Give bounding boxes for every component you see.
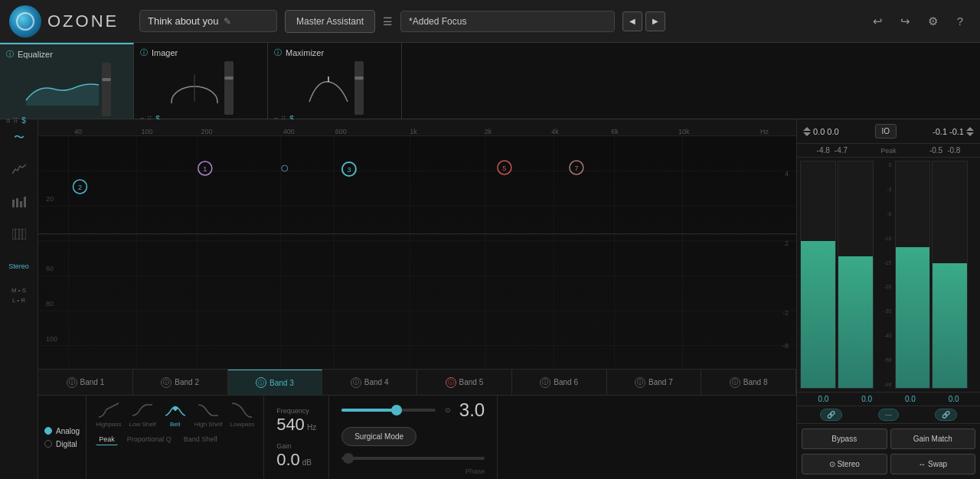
analog-digital-section: Analog Digital [38,396,87,479]
gainmatch-button[interactable]: Gain Match [890,428,976,449]
q-slider-thumb[interactable] [391,405,402,415]
band-tab-2[interactable]: ⓘ Band 2 [133,370,228,395]
rms-right: -0.8 [947,146,960,155]
redo-button[interactable]: ↪ [894,11,916,32]
filter-highshelf[interactable]: High Shelf [194,402,223,428]
track-name-box[interactable]: Think about you ✎ [139,10,277,32]
link-button-right[interactable]: 🔗 [935,409,957,421]
max-info-icon[interactable]: ⓘ [274,47,282,58]
analog-radio[interactable] [44,427,52,435]
module-equalizer[interactable]: ⓘ Equalizer ≡ ⠿ $ [0,43,134,119]
link-button-mid[interactable]: — [878,409,899,421]
module-imager[interactable]: ⓘ Imager ≡ ⠿ $ [134,43,268,119]
nav-next[interactable]: ▶ [645,11,665,31]
band-tab-1[interactable]: ⓘ Band 1 [38,370,133,395]
stereo-icon: ⊙ [829,460,838,468]
analog-option[interactable]: Analog [44,427,80,435]
phase-slider[interactable] [341,457,485,460]
band-label-5: Band 5 [459,378,484,386]
filter-lowshelf[interactable]: Low Shelf [129,402,156,428]
highshelf-label: High Shelf [194,421,223,428]
nav-arrows: ◀ ▶ [622,11,665,31]
imager-info-icon[interactable]: ⓘ [140,47,148,58]
q-slider[interactable] [341,409,436,412]
master-assistant-button[interactable]: Master Assistant [285,10,375,33]
spectrum-icon[interactable] [7,158,31,182]
digital-option[interactable]: Digital [44,440,80,448]
band-label-2: Band 2 [175,378,199,386]
right-val-top: 0.0 [827,127,838,136]
analog-label: Analog [56,427,80,435]
rms-values: -0.5 -0.8 [929,146,960,155]
eq-info-icon[interactable]: ⓘ [6,49,14,60]
freq-label-hz: Hz [760,128,769,135]
band-tab-8[interactable]: ⓘ Band 8 [701,370,796,395]
svg-rect-5 [20,201,22,207]
proportional-q-tab[interactable]: Proportional Q [124,434,175,445]
max-fader[interactable] [354,61,364,115]
swap-button[interactable]: ↔ Swap [890,454,976,474]
down-arrow-left[interactable] [803,132,811,136]
lowpass-label: Lowpass [230,421,255,428]
band-tab-6[interactable]: ⓘ Band 6 [512,370,607,395]
bypass-button[interactable]: Bypass [802,428,887,449]
io-button[interactable]: IO [875,124,897,138]
settings-button[interactable]: ⚙ [922,11,943,32]
freq-label-600: 600 [335,128,347,135]
undo-button[interactable]: ↩ [867,11,888,32]
scale-10: -10 [877,236,892,241]
app-title: OZONE [47,11,119,31]
phase-thumb[interactable] [343,453,354,464]
eq-dollar-icon[interactable]: $ [21,116,26,125]
up-arrow-left[interactable] [803,127,811,131]
peak-mode-tab[interactable]: Peak [96,434,118,445]
bottom-val-2: 0.0 [861,395,872,403]
imager-fader[interactable] [224,61,234,115]
band-tab-3[interactable]: ⓘ Band 3 [228,370,323,395]
band-shelf-tab[interactable]: Band Shelf [181,434,220,445]
meter-bars-section: 0 -3 -6 -10 -15 -20 -30 -40 -50 -inf [797,158,980,392]
gain-value[interactable]: 0.0 [276,450,300,469]
phase-label: Phase [341,468,485,475]
peak-section-left: -4.8 -4.7 [817,146,848,155]
preset-area[interactable]: *Added Focus [400,11,615,32]
digital-radio[interactable] [44,440,52,448]
band-tab-7[interactable]: ⓘ Band 7 [607,370,702,395]
up-arrow-right[interactable] [966,127,974,131]
help-button[interactable]: ? [949,11,971,32]
band-tab-4[interactable]: ⓘ Band 4 [322,370,417,395]
filter-highpass[interactable]: Highpass [96,402,121,428]
link-button-left[interactable]: 🔗 [820,409,842,421]
freq-label-6k: 6k [611,128,619,135]
filter-lowpass[interactable]: Lowpass [230,402,255,428]
piano-icon[interactable] [7,222,31,246]
q-value[interactable]: 3.0 [457,399,485,421]
menu-icon[interactable]: ☰ [383,15,393,28]
eq-bands-icon[interactable] [7,190,31,214]
down-arrow-right[interactable] [966,132,974,136]
stereo-icon[interactable]: Stereo [7,254,31,279]
imager-visual [140,61,261,115]
peak-left-sub: -4.8 [817,146,830,155]
nav-prev[interactable]: ◀ [622,11,642,31]
svg-text:-8: -8 [782,342,789,350]
freq-value[interactable]: 540 [276,415,305,434]
surgical-mode-button[interactable]: Surgical Mode [341,427,416,446]
right-meter-vals: 0.0 [827,127,838,136]
filter-bell[interactable]: Bell [164,402,187,428]
gain-unit: dB [302,458,312,467]
band-tab-5[interactable]: ⓘ Band 5 [417,370,512,395]
left-bar-wrap-1 [800,161,836,389]
svg-text:1: 1 [203,165,207,173]
eq-fader[interactable] [102,63,111,116]
stereo-button[interactable]: ⊙ Stereo [802,454,887,474]
max-visual [274,61,395,115]
module-maximizer[interactable]: ⓘ Maximizer ≡ ⠿ $ [268,43,402,119]
waveform-icon[interactable]: 〜 [7,125,31,150]
track-name-text: Think about you [148,15,219,27]
eq-curve-svg [22,73,99,106]
edit-icon[interactable]: ✎ [224,16,231,27]
freq-label-100: 100 [142,128,153,135]
eq-canvas[interactable]: 4 2 -2 -8 20 60 80 100 [38,136,796,369]
meter-scale-right [969,161,977,389]
